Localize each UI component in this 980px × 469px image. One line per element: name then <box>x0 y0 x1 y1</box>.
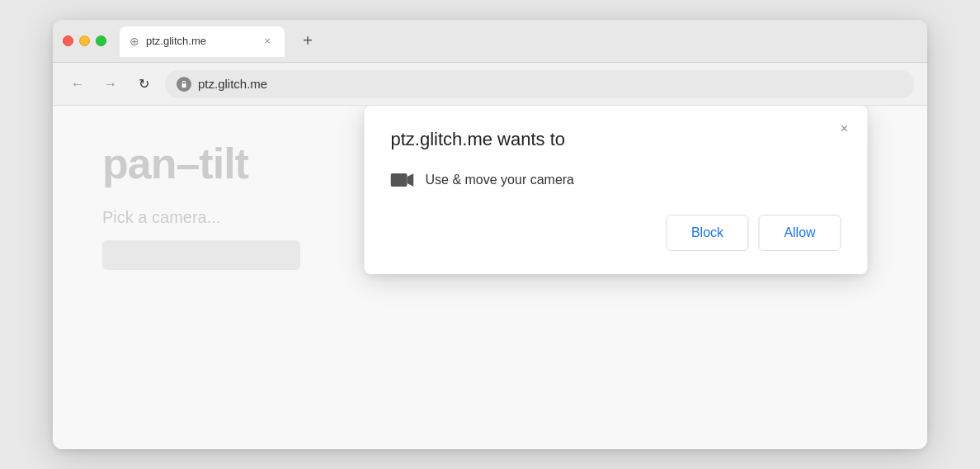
tab-title: ptz.glitch.me <box>146 35 253 47</box>
permission-dialog: × ptz.glitch.me wants to Use & move your… <box>365 106 868 274</box>
block-button[interactable]: Block <box>667 215 749 251</box>
svg-rect-0 <box>182 83 186 88</box>
camera-icon <box>391 168 414 192</box>
allow-button[interactable]: Allow <box>759 215 841 251</box>
page-input-placeholder <box>102 240 300 270</box>
browser-window: ⊕ ptz.glitch.me × + ← → ↻ ptz.glitch.me … <box>53 20 927 449</box>
dialog-title: ptz.glitch.me wants to <box>391 129 841 150</box>
traffic-lights <box>63 36 106 46</box>
close-button[interactable] <box>63 36 73 46</box>
maximize-button[interactable] <box>96 36 106 46</box>
permission-row: Use & move your camera <box>391 168 841 192</box>
new-tab-button[interactable]: + <box>294 28 321 54</box>
forward-button[interactable]: → <box>99 73 122 96</box>
lock-icon <box>177 77 191 92</box>
nav-bar: ← → ↻ ptz.glitch.me <box>53 63 927 106</box>
minimize-button[interactable] <box>79 36 90 46</box>
refresh-button[interactable]: ↻ <box>132 73 155 96</box>
dialog-actions: Block Allow <box>391 215 841 251</box>
tab-drag-icon: ⊕ <box>130 35 139 48</box>
svg-rect-1 <box>391 173 408 187</box>
address-bar[interactable]: ptz.glitch.me <box>165 70 914 98</box>
dialog-close-button[interactable]: × <box>835 119 855 139</box>
svg-marker-2 <box>408 173 414 187</box>
tab-close-button[interactable]: × <box>260 34 275 49</box>
browser-tab[interactable]: ⊕ ptz.glitch.me × <box>120 26 285 56</box>
page-content: pan–tilt Pick a camera... × ptz.glitch.m… <box>53 106 927 449</box>
permission-text: Use & move your camera <box>426 173 575 187</box>
back-button[interactable]: ← <box>66 73 89 96</box>
address-text: ptz.glitch.me <box>198 77 267 91</box>
title-bar: ⊕ ptz.glitch.me × + <box>53 20 927 63</box>
